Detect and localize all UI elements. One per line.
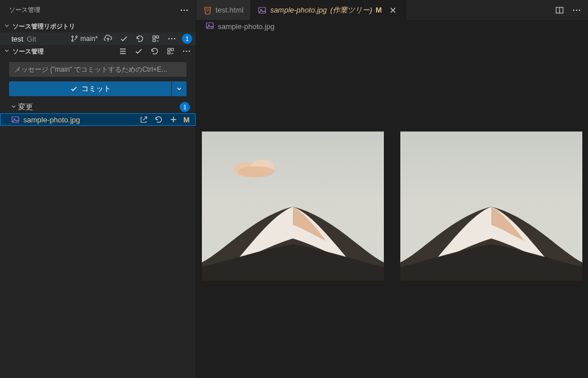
svg-point-1: [184, 9, 185, 11]
chevron-down-icon: [2, 22, 11, 30]
tab-sample-photo[interactable]: sample-photo.jpg (作業ツリー) M: [251, 0, 406, 20]
changed-file-row[interactable]: sample-photo.jpg M: [0, 113, 196, 126]
diff-pane-modified[interactable]: [399, 38, 584, 373]
branch-indicator[interactable]: main*: [71, 35, 98, 43]
commit-button-label: コミット: [81, 84, 111, 94]
changes-label: 変更: [18, 102, 180, 112]
tab-test-html[interactable]: test.html: [196, 0, 251, 20]
close-icon[interactable]: [387, 5, 399, 16]
cloud-publish-icon[interactable]: [102, 33, 114, 44]
diff-pane-original[interactable]: [201, 38, 386, 373]
svg-point-11: [189, 51, 190, 52]
repo-type: Git: [27, 35, 36, 43]
commit-message-input[interactable]: [9, 62, 187, 77]
svg-point-7: [171, 38, 172, 39]
repos-section-header[interactable]: ソース管理リポジトリ: [0, 20, 196, 32]
image-preview-left: [202, 132, 384, 281]
svg-point-2: [187, 9, 188, 11]
repos-header-label: ソース管理リポジトリ: [13, 22, 192, 31]
html-file-icon: [203, 6, 212, 15]
changes-header[interactable]: 変更 1: [0, 101, 196, 113]
tab-bar: test.html sample-photo.jpg (作業ツリー) M: [196, 0, 588, 20]
stash-icon[interactable]: [150, 33, 162, 44]
image-file-icon: [205, 21, 214, 32]
svg-point-6: [168, 38, 169, 39]
repo-row[interactable]: test Git main* 1: [0, 32, 196, 45]
more-icon[interactable]: [181, 46, 192, 57]
file-status-m: M: [183, 116, 191, 124]
svg-point-3: [72, 36, 73, 38]
chevron-down-icon: [10, 103, 18, 112]
branch-name: main*: [80, 35, 98, 43]
editor-area: test.html sample-photo.jpg (作業ツリー) M: [196, 0, 588, 378]
more-icon[interactable]: [166, 33, 177, 44]
panel-title-bar: ソース管理: [0, 0, 196, 20]
svg-point-0: [181, 9, 183, 11]
open-file-icon[interactable]: [138, 114, 150, 125]
breadcrumb[interactable]: sample-photo.jpg: [196, 20, 588, 34]
svg-point-5: [76, 36, 77, 38]
tab-label: sample-photo.jpg: [270, 6, 327, 14]
split-editor-icon[interactable]: [554, 5, 565, 16]
tab-label: test.html: [216, 6, 243, 14]
image-file-icon: [258, 6, 267, 15]
svg-point-18: [576, 9, 577, 10]
diff-view: [196, 34, 588, 378]
commit-button[interactable]: コミット: [9, 81, 171, 96]
svg-point-17: [573, 9, 574, 10]
commit-check-icon[interactable]: [133, 46, 144, 57]
svg-point-8: [174, 38, 175, 39]
source-control-panel: ソース管理 ソース管理リポジトリ test Git main*: [0, 0, 196, 378]
svg-point-10: [186, 51, 187, 52]
scm-section-header[interactable]: ソース管理: [0, 45, 196, 57]
svg-point-24: [238, 166, 275, 177]
more-icon[interactable]: [571, 5, 582, 16]
chevron-down-icon: [2, 47, 11, 55]
image-file-icon: [11, 115, 20, 124]
refresh-icon[interactable]: [134, 33, 146, 44]
tab-status-m: M: [376, 6, 382, 14]
stash-icon[interactable]: [165, 46, 176, 57]
breadcrumb-file: sample-photo.jpg: [218, 22, 275, 31]
svg-point-4: [72, 40, 73, 42]
tree-view-icon[interactable]: [117, 46, 129, 57]
refresh-icon[interactable]: [149, 46, 160, 57]
stage-plus-icon[interactable]: [168, 114, 179, 125]
panel-title: ソース管理: [9, 6, 40, 14]
commit-check-icon[interactable]: [118, 33, 130, 44]
svg-point-19: [579, 9, 580, 10]
tab-suffix: (作業ツリー): [330, 5, 372, 15]
svg-point-9: [183, 51, 184, 52]
repo-name: test: [11, 35, 23, 43]
discard-changes-icon[interactable]: [153, 114, 164, 125]
scm-header-label: ソース管理: [13, 47, 117, 56]
commit-dropdown-button[interactable]: [172, 81, 187, 96]
repo-pending-badge: 1: [182, 34, 192, 44]
changes-count-badge: 1: [180, 102, 190, 112]
changed-file-name: sample-photo.jpg: [23, 116, 138, 124]
more-icon[interactable]: [179, 5, 190, 16]
image-preview-right: [400, 132, 582, 281]
